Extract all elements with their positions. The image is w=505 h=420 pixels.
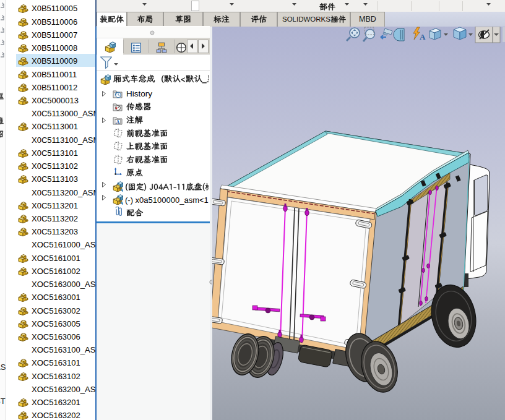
svg-text:A: A [420,32,426,41]
svg-text:A: A [116,119,119,125]
